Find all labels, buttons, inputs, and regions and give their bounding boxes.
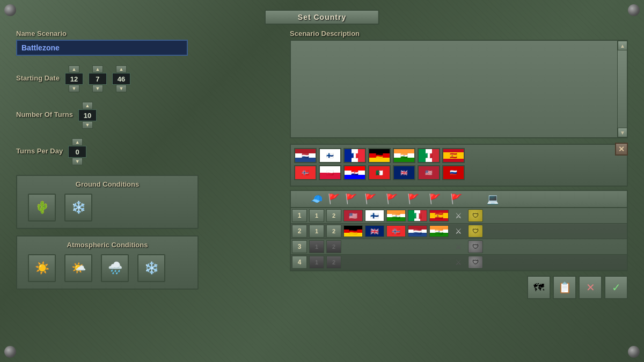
atm-condition-sunny[interactable]: ☀️ [28,254,56,282]
flag-algeria[interactable]: 🇩🇿 [368,165,391,180]
flag-italy[interactable]: 🇮🇹 [418,148,440,163]
name-label: Name Scenario [16,29,290,38]
bolt-bottom-right [628,346,640,358]
scroll-track [618,50,627,128]
title-bar: Set Country [265,10,379,25]
title-text: Set Country [298,13,346,21]
desc-section: Scenario Description ▲ ▼ [290,29,628,138]
month-up-btn[interactable]: ▲ [92,65,103,73]
player-2-shield[interactable]: 🛡 [468,225,483,238]
player-1-num: 1 [292,209,307,222]
tpd-up-btn[interactable]: ▲ [72,138,83,146]
player-1-shield[interactable]: 🛡 [468,209,483,222]
player-4-slot2[interactable]: 2 [326,256,341,269]
header-flag4: 🚩 [425,193,444,205]
header-slot2-icon: 🚩 [343,193,358,205]
header-computer: 💻 [485,193,500,205]
toolbar-map-btn[interactable]: 🗺 [527,276,551,299]
flag-britain[interactable]: 🇬🇧 [393,165,415,180]
month-down-btn[interactable]: ▼ [92,85,103,92]
player-1-flag-3[interactable]: 🇮🇳 [386,210,406,221]
player-2-flag-5[interactable]: 🇮🇳 [429,225,449,237]
scroll-up-btn[interactable]: ▲ [618,41,627,50]
player-2-slot2[interactable]: 2 [326,225,341,238]
header-flag2: 🚩 [382,193,401,205]
player-row-2: 2 1 2 🇩🇪 🇬🇧 🇳🇴 🇳🇱 🇮🇳 ⚔ 🛡 [291,224,627,239]
toolbar-list-btn[interactable]: 📋 [553,276,576,299]
player-3-slot2[interactable]: 2 [326,240,341,253]
turns-spinner: ▲ 10 ▼ [78,102,97,129]
turns-down-btn[interactable]: ▼ [82,121,93,129]
ground-conditions-icons: 🌵 ❄️ [24,194,191,221]
flag-france[interactable]: 🇫🇷 [343,148,366,163]
bolt-top-left [4,4,16,16]
flag-spain[interactable]: 🇪🇸 [442,148,465,163]
player-2-flag-1[interactable]: 🇩🇪 [343,225,363,237]
player-1-slot[interactable]: 1 [309,209,324,222]
player-1-slot2[interactable]: 2 [326,209,341,222]
ground-conditions-box: Ground Conditions 🌵 ❄️ [16,175,199,229]
header-flag3: 🚩 [404,193,423,205]
ground-condition-snow[interactable]: ❄️ [64,194,92,221]
flag-poland[interactable]: 🇵🇱 [319,165,341,180]
player-2-flag-3[interactable]: 🇳🇴 [386,225,406,237]
atm-condition-snow[interactable]: ❄️ [137,254,165,282]
flag-soviet[interactable]: 🇷🇺 [442,165,465,180]
flags-panel: 🇳🇱 🇫🇮 🇫🇷 🇩🇪 🇮🇳 🇮🇹 🇪🇸 🇳🇴 🇵🇱 🇭🇷 🇩🇿 🇬🇧 🇺 [290,144,628,187]
turns-section: Number Of Turns ▲ 10 ▼ [16,102,290,129]
flag-croatia[interactable]: 🇭🇷 [343,165,366,180]
header-slot1-icon: 🚩 [326,193,341,205]
player-2-slot[interactable]: 1 [309,225,324,238]
year-up-btn[interactable]: ▲ [116,65,127,73]
close-button[interactable]: ✕ [615,143,628,156]
year-down-btn[interactable]: ▼ [116,85,127,92]
desc-textarea[interactable] [291,41,617,137]
day-up-btn[interactable]: ▲ [69,65,79,73]
starting-date-label: Starting Date [16,74,60,82]
tpd-label: Turns Per Day [16,147,63,155]
day-value: 12 [65,73,83,85]
desc-label: Scenario Description [290,29,628,38]
atm-condition-cloudy[interactable]: 🌤️ [64,254,92,282]
month-value: 7 [89,73,107,85]
player-1-flag-1[interactable]: 🇺🇸 [343,210,363,221]
toolbar-ok-btn[interactable]: ✓ [604,276,628,299]
toolbar-cancel-btn[interactable]: ✕ [579,276,602,299]
player-1-flag-4[interactable]: 🇮🇹 [408,210,427,221]
player-2-flag-2[interactable]: 🇬🇧 [365,225,384,237]
turns-up-btn[interactable]: ▲ [82,102,93,109]
player-1-flag-5[interactable]: 🇪🇸 [429,210,449,221]
atm-condition-rain[interactable]: 🌧️ [101,254,129,282]
player-row-3: 3 1 2 ⚔ 🛡 [291,239,627,255]
desc-scrollbar: ▲ ▼ [617,41,627,137]
ground-condition-desert[interactable]: 🌵 [28,194,56,221]
scroll-down-btn[interactable]: ▼ [618,128,627,137]
bolt-bottom-left [4,346,16,358]
tpd-down-btn[interactable]: ▼ [72,158,83,165]
header-flag5: 🚩 [447,193,466,205]
flag-finland[interactable]: 🇫🇮 [319,148,341,163]
player-2-flag-4[interactable]: 🇳🇱 [408,225,427,237]
day-down-btn[interactable]: ▼ [69,85,79,92]
player-1-sword[interactable]: ⚔ [451,209,466,222]
flag-netherlands[interactable]: 🇳🇱 [294,148,317,163]
flags-section-container: ✕ 🇳🇱 🇫🇮 🇫🇷 🇩🇪 🇮🇳 🇮🇹 🇪🇸 🇳🇴 🇵🇱 🇭🇷 [290,143,628,187]
flag-germany[interactable]: 🇩🇪 [368,148,391,163]
flag-usa[interactable]: 🇺🇸 [418,165,440,180]
flags-row-1: 🇳🇱 🇫🇮 🇫🇷 🇩🇪 🇮🇳 🇮🇹 🇪🇸 [294,148,624,163]
bolt-top-right [628,4,640,16]
header-flag1: 🚩 [361,193,380,205]
scenario-name-input[interactable] [16,40,188,56]
flag-india[interactable]: 🇮🇳 [393,148,415,163]
player-3-num: 3 [292,240,307,253]
month-spinner: ▲ 7 ▼ [89,65,107,92]
player-2-sword[interactable]: ⚔ [451,225,466,238]
player-3-slot[interactable]: 1 [309,240,324,253]
player-4-slot[interactable]: 1 [309,256,324,269]
year-spinner: ▲ 46 ▼ [112,65,130,92]
players-header: 🧢 🚩 🚩 🚩 🚩 🚩 🚩 🚩 💻 [291,191,627,208]
player-3-sword: ⚔ [451,240,466,253]
player-1-flag-2[interactable]: 🇫🇮 [365,210,384,221]
flag-norway[interactable]: 🇳🇴 [294,165,317,180]
players-panel: 🧢 🚩 🚩 🚩 🚩 🚩 🚩 🚩 💻 1 1 2 🇺🇸 🇫🇮 🇮🇳 � [290,190,628,271]
